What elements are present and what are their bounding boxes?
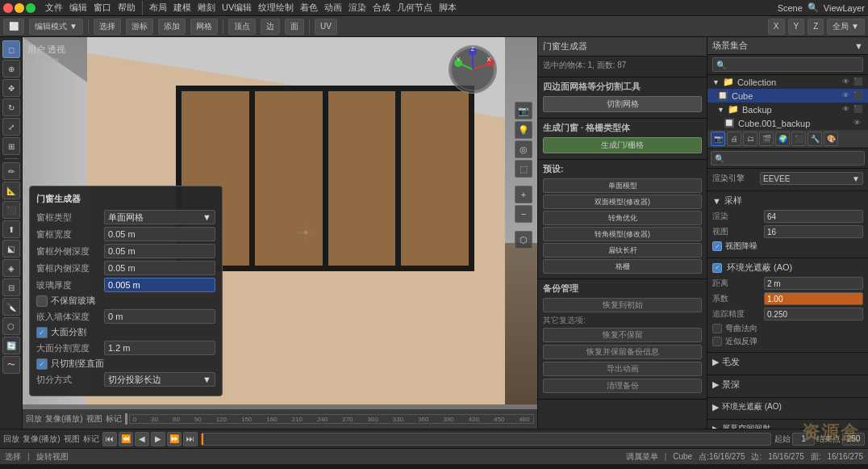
preset5-btn[interactable]: 扁钛长杆	[543, 243, 702, 258]
large-division-checkbox[interactable]: ✓	[36, 327, 48, 338]
backup-select-btn[interactable]: ⬛	[853, 105, 863, 115]
zoom-in-btn[interactable]: +	[515, 186, 532, 203]
ao-distance-value[interactable]: 2 m	[764, 277, 863, 290]
extrude-tool[interactable]: ⬆	[2, 220, 20, 238]
sss-title[interactable]: ▶ 环境光遮蔽 (AO)	[712, 401, 863, 412]
preset4-btn[interactable]: 转角模型(修改器)	[543, 227, 702, 241]
menu-uv[interactable]: UV编辑	[222, 2, 252, 14]
render-preview-btn[interactable]: 💡	[515, 121, 532, 139]
bent-normals-checkbox[interactable]	[712, 324, 722, 333]
preset6-btn[interactable]: 格栅	[543, 259, 702, 274]
maximize-btn[interactable]	[26, 3, 35, 13]
preset2-btn[interactable]: 双面模型(修改器)	[543, 195, 702, 209]
menu-render[interactable]: 渲染	[348, 2, 366, 14]
clear-backup-btn[interactable]: 清理备份	[543, 379, 702, 393]
zoom-out-btn[interactable]: −	[515, 205, 532, 223]
render-samples-value[interactable]: 64	[764, 210, 863, 223]
smooth-tool[interactable]: 〜	[2, 356, 20, 374]
close-btn[interactable]	[3, 3, 13, 13]
transform-btn3[interactable]: Z	[807, 19, 824, 35]
outliner-item-cube[interactable]: 🔲 Cube 👁 ⬛	[707, 89, 868, 103]
minimize-btn[interactable]	[15, 3, 24, 13]
frame-inner-value[interactable]: 0.05 m	[104, 261, 215, 275]
bevel-tool[interactable]: ◈	[2, 259, 20, 277]
vertex-mode[interactable]: 顶点	[228, 19, 256, 35]
playback-tab[interactable]: 回放	[3, 433, 19, 445]
view-tab[interactable]: 视图	[64, 433, 80, 445]
cursor-tool-icon[interactable]: ⊕	[2, 60, 20, 77]
preset1-btn[interactable]: 单面模型	[543, 178, 702, 193]
ao-checkbox[interactable]: ✓	[712, 263, 722, 273]
search-icon[interactable]: 🔍	[807, 2, 819, 13]
filter-icon[interactable]: ▼	[854, 41, 863, 51]
step-fwd-btn[interactable]: ⏩	[167, 432, 182, 446]
xray-btn[interactable]: ⬚	[515, 160, 532, 178]
face-mode[interactable]: 面	[285, 19, 304, 35]
menu-window[interactable]: 窗口	[94, 2, 111, 14]
output-props-icon[interactable]: 🖨	[727, 132, 741, 146]
inset-tool[interactable]: ⬕	[2, 240, 20, 258]
sampling-title[interactable]: ▼ 采样	[712, 195, 863, 207]
global-local-btn[interactable]: 全局 ▼	[827, 19, 865, 35]
preset3-btn[interactable]: 转角优化	[543, 211, 702, 225]
window-type-select[interactable]: 单面网格 ▼	[104, 210, 215, 224]
view-toggle-btn[interactable]: 📷	[515, 102, 532, 119]
outliner-item-cube001[interactable]: 🔲 Cube.001_backup 👁	[707, 116, 868, 130]
editor-type-btn[interactable]: ⬜	[3, 19, 24, 35]
play-btn[interactable]: ▶	[151, 432, 165, 446]
select-tool[interactable]: 选择	[94, 19, 121, 35]
orientation-gizmo[interactable]: X Y Z	[449, 45, 497, 94]
frame-width-value[interactable]: 0.05 m	[104, 227, 215, 241]
menu-layout[interactable]: 布局	[149, 2, 167, 14]
transform-btn[interactable]: X	[768, 19, 785, 35]
imaging-tab[interactable]: 复像(播放)	[23, 433, 61, 445]
menu-file[interactable]: 文件	[45, 2, 63, 14]
viewport-3d[interactable]: 用户 透视 (1) Cube X Y Z	[23, 37, 537, 429]
menu-geo-nodes[interactable]: 几何节点	[397, 2, 432, 14]
material-props-icon[interactable]: 🎨	[824, 132, 838, 146]
overlay-btn[interactable]: ◎	[515, 140, 532, 158]
hair-title[interactable]: ▶ 毛发	[712, 356, 863, 368]
render-props-icon[interactable]: 📷	[711, 132, 725, 146]
only-cut-checkbox[interactable]: ✓	[36, 358, 48, 370]
poly-build-tool[interactable]: ⬡	[2, 317, 20, 335]
mesh-tool[interactable]: 网格	[190, 19, 218, 35]
spin-tool[interactable]: 🔄	[2, 337, 20, 354]
generate-btn[interactable]: 生成门/栅格	[543, 137, 702, 153]
render-engine-select[interactable]: EEVEE ▼	[760, 172, 863, 185]
loop-cut-tool[interactable]: ⊟	[2, 278, 20, 296]
cube-select-btn[interactable]: ⬛	[853, 91, 863, 101]
object-props-icon[interactable]: ⬛	[791, 132, 806, 146]
select-box-tool[interactable]: ◻	[2, 40, 20, 58]
menu-shading[interactable]: 着色	[300, 2, 318, 14]
viewport-samples-value[interactable]: 16	[764, 225, 863, 238]
anim-export-btn[interactable]: 导出动画	[543, 362, 702, 376]
menu-modeling[interactable]: 建模	[173, 2, 191, 14]
cube001-eye-btn[interactable]: 👁	[853, 119, 863, 128]
transform-btn2[interactable]: Y	[788, 19, 805, 35]
add-tool[interactable]: 添加	[158, 19, 186, 35]
play-back-btn[interactable]: ◀	[135, 432, 149, 446]
local-view-btn[interactable]: ⬡	[515, 231, 532, 249]
frame-outer-value[interactable]: 0.05 m	[104, 244, 215, 258]
outliner-item-collection[interactable]: ▼ 📁 Collection 👁 ⬛	[707, 75, 868, 89]
ao-title[interactable]: ✓ 环境光遮蔽 (AO)	[712, 262, 863, 274]
props-search-input[interactable]	[711, 151, 865, 165]
menu-help[interactable]: 帮助	[118, 2, 136, 14]
transform-tool[interactable]: ⊞	[2, 137, 20, 155]
modifier-props-icon[interactable]: 🔧	[807, 132, 822, 146]
depth-title[interactable]: ▶ 景深	[712, 379, 863, 391]
no-keep-glass-checkbox[interactable]	[36, 295, 48, 307]
restore-keep-btn[interactable]: 恢复并保留备份信息	[543, 345, 702, 359]
menu-sculpt[interactable]: 雕刻	[198, 2, 215, 14]
add-cube-tool[interactable]: ⬛	[2, 201, 20, 219]
measure-tool[interactable]: 📐	[2, 182, 20, 199]
scene-props-icon[interactable]: 🎬	[759, 132, 774, 146]
move-tool[interactable]: ✥	[2, 79, 20, 97]
outliner-search[interactable]	[712, 57, 863, 72]
backup-eye-btn[interactable]: 👁	[842, 105, 852, 115]
restore-no-keep-btn[interactable]: 恢复不保留	[543, 328, 702, 342]
jump-start-btn[interactable]: ⏮	[102, 432, 117, 446]
ao-precision-value[interactable]: 0.250	[764, 308, 863, 320]
menu-edit[interactable]: 编辑	[69, 2, 87, 14]
